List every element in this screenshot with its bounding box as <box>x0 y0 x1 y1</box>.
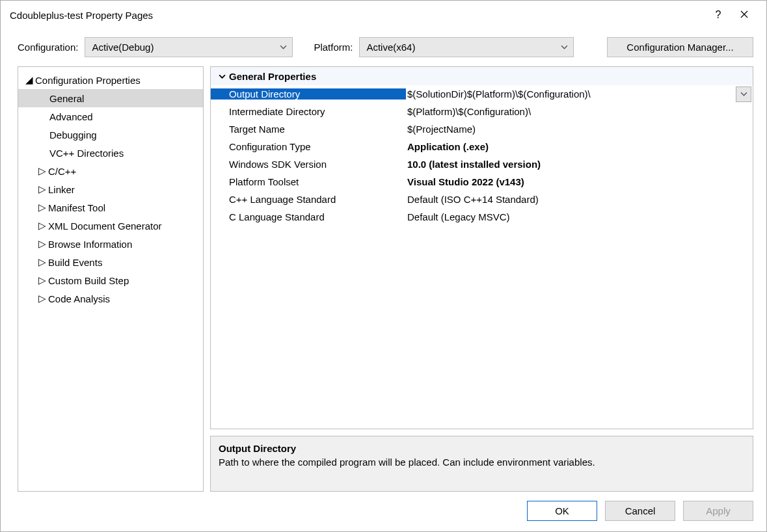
window-title: Cdoubleplus-test Property Pages <box>10 10 705 21</box>
tree-group-browse-information[interactable]: ▷Browse Information <box>18 235 203 253</box>
platform-value: Active(x64) <box>366 42 415 53</box>
grid-row[interactable]: C++ Language StandardDefault (ISO C++14 … <box>211 191 753 208</box>
expand-arrow-icon: ▷ <box>38 293 47 304</box>
property-value[interactable]: $(ProjectName) <box>406 124 753 135</box>
property-grid: General Properties Output Directory$(Sol… <box>210 66 753 429</box>
expand-arrow-icon: ▷ <box>38 165 47 177</box>
grid-row[interactable]: Intermediate Directory$(Platform)\$(Conf… <box>211 103 753 120</box>
tree-item-vc-directories[interactable]: VC++ Directories <box>18 144 203 162</box>
tree-group-label: C/C++ <box>48 166 76 177</box>
platform-combo[interactable]: Active(x64) <box>359 37 574 57</box>
expand-arrow-icon: ▷ <box>38 202 47 213</box>
grid-row[interactable]: Configuration TypeApplication (.exe) <box>211 138 753 155</box>
chevron-down-icon <box>280 42 287 53</box>
description-title: Output Directory <box>219 443 745 454</box>
expand-arrow-icon: ▷ <box>38 256 47 268</box>
grid-row[interactable]: Platform ToolsetVisual Studio 2022 (v143… <box>211 173 753 191</box>
configuration-label: Configuration: <box>18 42 78 53</box>
description-text: Path to where the compiled program will … <box>219 457 745 468</box>
description-panel: Output Directory Path to where the compi… <box>210 436 753 492</box>
grid-row[interactable]: Output Directory$(SolutionDir)$(Platform… <box>211 85 753 103</box>
cancel-button[interactable]: Cancel <box>605 501 675 521</box>
property-value[interactable]: Default (Legacy MSVC) <box>406 211 753 222</box>
property-name: C++ Language Standard <box>211 194 406 205</box>
close-icon <box>740 10 748 18</box>
grid-header[interactable]: General Properties <box>211 67 753 85</box>
grid-row[interactable]: Windows SDK Version10.0 (latest installe… <box>211 155 753 173</box>
tree-group-label: Code Analysis <box>48 293 110 304</box>
tree-group-label: Manifest Tool <box>48 202 105 213</box>
property-value[interactable]: Application (.exe) <box>406 141 753 152</box>
expand-arrow-icon: ▷ <box>38 238 47 250</box>
config-toolbar: Configuration: Active(Debug) Platform: A… <box>1 27 766 66</box>
tree-item-general[interactable]: General <box>18 89 203 107</box>
tree-item-debugging[interactable]: Debugging <box>18 126 203 144</box>
property-name: Windows SDK Version <box>211 159 406 170</box>
titlebar: Cdoubleplus-test Property Pages ? <box>1 1 766 27</box>
chevron-down-icon <box>561 42 568 53</box>
property-value[interactable]: $(SolutionDir)$(Platform)\$(Configuratio… <box>406 88 736 100</box>
property-name: Intermediate Directory <box>211 106 406 117</box>
dialog-body: ◢ Configuration Properties GeneralAdvanc… <box>1 66 766 492</box>
platform-label: Platform: <box>314 42 353 53</box>
apply-button[interactable]: Apply <box>683 501 753 521</box>
tree-group-custom-build-step[interactable]: ▷Custom Build Step <box>18 271 203 289</box>
tree-group-manifest-tool[interactable]: ▷Manifest Tool <box>18 198 203 217</box>
tree-group-linker[interactable]: ▷Linker <box>18 180 203 198</box>
property-value[interactable]: $(Platform)\$(Configuration)\ <box>406 106 753 117</box>
tree-group-xml-document-generator[interactable]: ▷XML Document Generator <box>18 217 203 235</box>
dialog-buttons: OK Cancel Apply <box>1 492 766 531</box>
tree-group-label: XML Document Generator <box>48 220 162 232</box>
expand-arrow-icon: ▷ <box>38 274 47 286</box>
tree-item-advanced[interactable]: Advanced <box>18 107 203 126</box>
tree-group-c-c-[interactable]: ▷C/C++ <box>18 162 203 180</box>
tree-group-label: Browse Information <box>48 239 132 250</box>
expand-arrow-icon: ▷ <box>38 183 47 195</box>
property-name: Platform Toolset <box>211 176 406 187</box>
property-value[interactable]: Visual Studio 2022 (v143) <box>406 176 753 187</box>
property-name: Output Directory <box>211 88 406 100</box>
right-column: General Properties Output Directory$(Sol… <box>210 66 753 492</box>
property-name: Configuration Type <box>211 141 406 152</box>
grid-header-label: General Properties <box>229 71 316 82</box>
configuration-combo[interactable]: Active(Debug) <box>85 37 293 57</box>
tree-group-label: Build Events <box>48 257 102 268</box>
tree-group-label: Linker <box>48 184 75 195</box>
ok-button[interactable]: OK <box>527 501 597 521</box>
configuration-value: Active(Debug) <box>92 42 154 53</box>
property-name: C Language Standard <box>211 211 406 222</box>
tree-root-label: Configuration Properties <box>35 75 141 86</box>
tree-group-build-events[interactable]: ▷Build Events <box>18 253 203 271</box>
tree-group-code-analysis[interactable]: ▷Code Analysis <box>18 289 203 308</box>
tree-group-label: Custom Build Step <box>48 275 129 286</box>
collapse-arrow-icon <box>215 73 229 80</box>
expand-arrow-icon: ◢ <box>25 74 34 86</box>
property-value[interactable]: 10.0 (latest installed version) <box>406 159 753 170</box>
grid-row[interactable]: C Language StandardDefault (Legacy MSVC) <box>211 208 753 226</box>
chevron-down-icon <box>740 90 747 98</box>
property-value[interactable]: Default (ISO C++14 Standard) <box>406 194 753 205</box>
configuration-manager-button[interactable]: Configuration Manager... <box>607 37 753 57</box>
tree-root[interactable]: ◢ Configuration Properties <box>18 71 203 89</box>
property-tree[interactable]: ◢ Configuration Properties GeneralAdvanc… <box>18 66 204 492</box>
dropdown-button[interactable] <box>736 86 751 102</box>
expand-arrow-icon: ▷ <box>38 220 47 232</box>
close-button[interactable] <box>731 9 757 21</box>
help-button[interactable]: ? <box>705 9 731 21</box>
property-name: Target Name <box>211 124 406 135</box>
grid-row[interactable]: Target Name$(ProjectName) <box>211 120 753 138</box>
